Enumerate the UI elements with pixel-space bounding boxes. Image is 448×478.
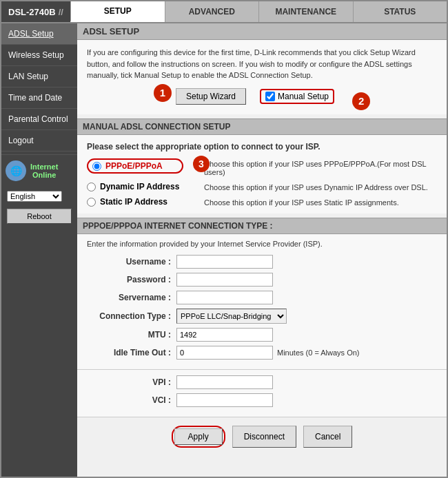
top-bar: DSL-2740B // SETUP ADVANCED MAINTENANCE … (1, 1, 447, 23)
idle-timeout-note: Minutes (0 = Always On) (277, 349, 360, 357)
pppoe-radio[interactable] (92, 162, 101, 171)
bottom-buttons: Apply Disconnect Cancel (77, 417, 447, 456)
pppoe-desc: Choose this option if your ISP uses PPPo… (204, 158, 437, 176)
wizard-row: 1 Setup Wizard Manual Setup 2 (87, 88, 437, 105)
username-label: Username : (87, 257, 176, 267)
password-input[interactable] (176, 273, 273, 287)
main-layout: ADSL Setup Wireless Setup LAN Setup Time… (1, 23, 447, 477)
pppoe-section-header: PPPOE/PPPOA INTERNET CONNECTION TYPE : (77, 218, 447, 234)
device-slash: // (59, 7, 63, 17)
cancel-button[interactable]: Cancel (303, 426, 352, 448)
pppoe-option-row: 3 PPPoE/PPPoA Choose this option if your… (87, 158, 437, 176)
manual-connection-prompt: Please select the appropriate option to … (87, 142, 437, 152)
idle-timeout-input[interactable] (176, 346, 273, 360)
tab-maintenance[interactable]: MAINTENANCE (258, 1, 353, 22)
adsl-setup-body: If you are configuring this device for t… (77, 40, 447, 114)
servername-input[interactable] (176, 291, 273, 304)
connection-type-select[interactable]: PPPoE LLC/Snap-Bridging PPPoE VC-Mux PPP… (176, 309, 287, 324)
sidebar-menu: ADSL Setup Wireless Setup LAN Setup Time… (1, 23, 77, 152)
internet-status-text: InternetOnline (30, 163, 58, 179)
manual-setup-checkbox[interactable] (265, 92, 275, 101)
sidebar-item-lan-setup[interactable]: LAN Setup (1, 66, 77, 87)
username-row: Username : (87, 255, 437, 269)
disconnect-button[interactable]: Disconnect (232, 426, 296, 448)
dynamic-ip-desc: Choose this option if your ISP uses Dyna… (204, 182, 437, 191)
connection-type-label: Connection Type : (87, 311, 176, 321)
sidebar-item-adsl-setup[interactable]: ADSL Setup (1, 23, 77, 45)
adsl-setup-header: ADSL SETUP (77, 23, 447, 40)
static-ip-radio[interactable] (87, 198, 96, 207)
idle-timeout-row: Idle Time Out : Minutes (0 = Always On) (87, 346, 437, 360)
pppoe-info-text: Enter the information provided by your I… (87, 240, 437, 248)
manual-setup-wrap: Manual Setup (260, 89, 334, 104)
password-row: Password : (87, 273, 437, 287)
dynamic-ip-option-row: Dynamic IP Address Choose this option if… (87, 182, 437, 191)
tab-status[interactable]: STATUS (353, 1, 447, 22)
adsl-info-text: If you are configuring this device for t… (87, 47, 437, 81)
connection-type-row: Connection Type : PPPoE LLC/Snap-Bridgin… (87, 309, 437, 324)
tab-advanced[interactable]: ADVANCED (165, 1, 259, 22)
language-select-wrap: English (1, 187, 77, 206)
apply-btn-wrap: Apply (172, 426, 225, 448)
mtu-input[interactable] (176, 328, 273, 342)
language-select[interactable]: English (7, 191, 62, 202)
vpi-vci-section: VPI : VCI : (77, 369, 447, 417)
vci-row: VCI : (87, 393, 437, 407)
sidebar-item-wireless-setup[interactable]: Wireless Setup (1, 45, 77, 66)
idle-timeout-label: Idle Time Out : (87, 348, 176, 357)
annotation-circle-3: 3 (193, 156, 210, 172)
username-input[interactable] (176, 255, 273, 269)
pppoe-label[interactable]: PPPoE/PPPoA (87, 158, 183, 174)
manual-connection-body: Please select the appropriate option to … (77, 135, 447, 214)
setup-wizard-button[interactable]: Setup Wizard (176, 88, 246, 105)
internet-status-block: 🌐 InternetOnline (1, 154, 77, 187)
connection-type-radio-group: 3 PPPoE/PPPoA Choose this option if your… (87, 158, 437, 207)
nav-tabs: SETUP ADVANCED MAINTENANCE STATUS (70, 1, 447, 22)
vpi-input[interactable] (176, 375, 273, 389)
vci-label: VCI : (87, 395, 176, 405)
device-name: DSL-2740B (8, 7, 56, 17)
manual-setup-label[interactable]: Manual Setup (278, 92, 329, 101)
dynamic-ip-radio[interactable] (87, 183, 96, 191)
static-ip-desc: Choose this option if your ISP uses Stat… (204, 197, 437, 207)
vpi-row: VPI : (87, 375, 437, 389)
servername-row: Servername : (87, 291, 437, 304)
device-title: DSL-2740B // (1, 1, 70, 22)
static-ip-label[interactable]: Static IP Address (87, 197, 197, 207)
password-label: Password : (87, 275, 176, 284)
dynamic-ip-label[interactable]: Dynamic IP Address (87, 182, 197, 191)
pppoe-section-body: Enter the information provided by your I… (77, 234, 447, 369)
static-ip-option-row: Static IP Address Choose this option if … (87, 197, 437, 207)
sidebar-item-logout[interactable]: Logout (1, 130, 77, 152)
manual-connection-header: MANUAL ADSL CONNECTION SETUP (77, 118, 447, 135)
sidebar-item-time-date[interactable]: Time and Date (1, 87, 77, 109)
sidebar: ADSL Setup Wireless Setup LAN Setup Time… (1, 23, 77, 477)
mtu-row: MTU : (87, 328, 437, 342)
content-area: ADSL SETUP If you are configuring this d… (77, 23, 447, 477)
internet-icon: 🌐 (6, 160, 26, 181)
annotation-circle-2: 2 (352, 92, 370, 110)
apply-button[interactable]: Apply (174, 428, 223, 445)
vci-input[interactable] (176, 393, 273, 407)
tab-setup[interactable]: SETUP (70, 1, 165, 22)
servername-label: Servername : (87, 293, 176, 302)
reboot-button[interactable]: Reboot (7, 209, 72, 224)
annotation-circle-1: 1 (154, 84, 172, 102)
sidebar-item-parental-control[interactable]: Parental Control (1, 109, 77, 130)
vpi-label: VPI : (87, 377, 176, 387)
mtu-label: MTU : (87, 330, 176, 340)
